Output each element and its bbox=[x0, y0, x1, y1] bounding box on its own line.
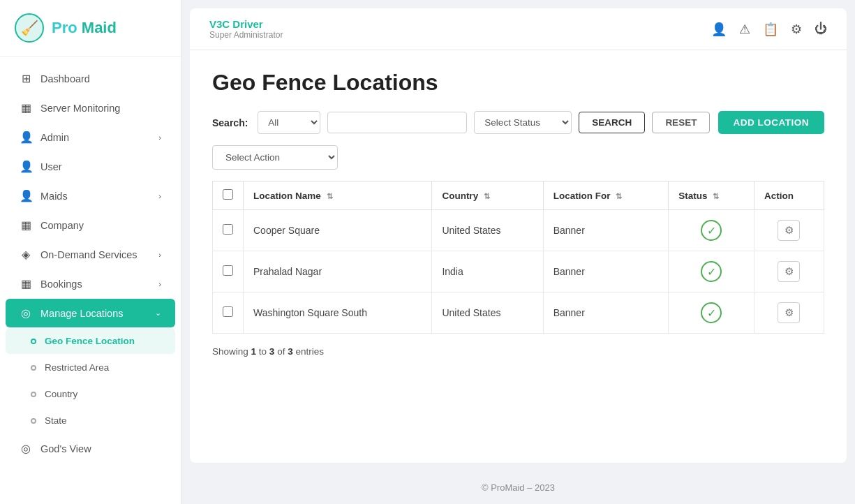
alert-icon[interactable]: ⚠ bbox=[739, 22, 750, 37]
user-circle-icon[interactable]: 👤 bbox=[711, 22, 727, 37]
sort-icon: ⇅ bbox=[713, 192, 719, 200]
sidebar-item-label: User bbox=[40, 161, 62, 172]
row-action: ⚙ bbox=[754, 292, 824, 334]
row-checkbox-cell bbox=[213, 292, 244, 334]
sidebar-nav: ⊞ Dashboard ▦ Server Monitoring 👤 Admin … bbox=[0, 57, 181, 504]
footer-text: © ProMaid – 2023 bbox=[482, 482, 555, 493]
row-country: United States bbox=[432, 292, 543, 334]
gear-button[interactable]: ⚙ bbox=[778, 302, 800, 323]
table-row: Washington Square South United States Ba… bbox=[213, 292, 824, 334]
content-card: Geo Fence Locations Search: All Select S… bbox=[190, 50, 847, 463]
sidebar-item-label: Dashboard bbox=[40, 73, 90, 84]
row-checkbox-cell bbox=[213, 210, 244, 251]
user-icon: 👤 bbox=[20, 160, 32, 173]
document-icon[interactable]: 📋 bbox=[763, 22, 778, 37]
sidebar-item-maids[interactable]: 👤 Maids › bbox=[6, 181, 175, 210]
sidebar-item-label: Geo Fence Location bbox=[45, 336, 135, 346]
settings-icon[interactable]: ⚙ bbox=[791, 22, 802, 37]
sidebar-item-server-monitoring[interactable]: ▦ Server Monitoring bbox=[6, 94, 175, 122]
row-location-name: Prahalad Nagar bbox=[244, 251, 432, 292]
col-action: Action bbox=[754, 181, 824, 210]
data-table: Location Name ⇅ Country ⇅ Location For ⇅… bbox=[212, 181, 824, 334]
manage-locations-icon: ◎ bbox=[20, 306, 32, 320]
row-checkbox[interactable] bbox=[223, 265, 233, 276]
search-all-select[interactable]: All bbox=[258, 111, 320, 134]
action-select-wrap: Select Action bbox=[212, 145, 824, 170]
checkbox-header bbox=[213, 181, 244, 210]
gear-button[interactable]: ⚙ bbox=[778, 220, 800, 241]
server-monitoring-icon: ▦ bbox=[20, 101, 32, 114]
sidebar-item-user[interactable]: 👤 User bbox=[6, 152, 175, 181]
logo-text: Pro Maid bbox=[52, 19, 117, 37]
header-user-info: V3C Driver Super Administrator bbox=[209, 18, 283, 40]
table-body: Cooper Square United States Banner ✓ ⚙ P… bbox=[213, 210, 824, 334]
dot-icon bbox=[31, 365, 36, 371]
company-icon: ▦ bbox=[20, 218, 32, 232]
sidebar-item-manage-locations[interactable]: ◎ Manage Locations ⌄ bbox=[6, 299, 175, 327]
dot-icon bbox=[31, 339, 36, 344]
chevron-right-icon: › bbox=[158, 133, 161, 142]
maids-icon: 👤 bbox=[20, 189, 32, 202]
sidebar-item-restricted-area[interactable]: Restricted Area bbox=[6, 355, 175, 380]
row-status: ✓ bbox=[669, 251, 754, 292]
row-status: ✓ bbox=[669, 292, 754, 334]
on-demand-icon: ◈ bbox=[20, 248, 32, 261]
dashboard-icon: ⊞ bbox=[20, 72, 32, 85]
sidebar-item-state[interactable]: State bbox=[6, 408, 175, 433]
col-country: Country ⇅ bbox=[432, 181, 543, 210]
dot-icon bbox=[31, 392, 36, 397]
col-location-for: Location For ⇅ bbox=[543, 181, 669, 210]
page-title: Geo Fence Locations bbox=[212, 70, 824, 96]
sidebar-item-label: State bbox=[45, 415, 67, 426]
row-checkbox-cell bbox=[213, 251, 244, 292]
chevron-down-icon: ⌄ bbox=[155, 309, 161, 318]
status-select[interactable]: Select Status bbox=[474, 111, 572, 134]
sidebar-item-label: On-Demand Services bbox=[40, 249, 137, 260]
row-status: ✓ bbox=[669, 210, 754, 251]
table-header: Location Name ⇅ Country ⇅ Location For ⇅… bbox=[213, 181, 824, 210]
sidebar-item-dashboard[interactable]: ⊞ Dashboard bbox=[6, 64, 175, 93]
row-action: ⚙ bbox=[754, 251, 824, 292]
sidebar-item-label: Server Monitoring bbox=[40, 103, 120, 114]
sidebar-item-company[interactable]: ▦ Company bbox=[6, 211, 175, 239]
driver-name: V3C Driver bbox=[209, 18, 283, 30]
col-location-name: Location Name ⇅ bbox=[244, 181, 432, 210]
search-input[interactable] bbox=[327, 112, 467, 133]
chevron-right-icon: › bbox=[158, 280, 161, 288]
search-button[interactable]: SEARCH bbox=[579, 112, 645, 133]
dot-icon bbox=[31, 418, 36, 424]
role: Super Administrator bbox=[209, 30, 283, 40]
row-checkbox[interactable] bbox=[223, 306, 233, 317]
gear-button[interactable]: ⚙ bbox=[778, 261, 800, 282]
table-row: Prahalad Nagar India Banner ✓ ⚙ bbox=[213, 251, 824, 292]
sidebar-item-on-demand-services[interactable]: ◈ On-Demand Services › bbox=[6, 240, 175, 269]
row-location-for: Banner bbox=[543, 210, 669, 251]
select-all-checkbox[interactable] bbox=[223, 189, 233, 200]
sidebar-item-label: Company bbox=[40, 220, 84, 231]
action-select[interactable]: Select Action bbox=[212, 145, 338, 170]
row-action: ⚙ bbox=[754, 210, 824, 251]
reset-button[interactable]: RESET bbox=[652, 112, 710, 133]
showing-text: Showing 1 to 3 of 3 entries bbox=[212, 346, 824, 357]
row-location-name: Cooper Square bbox=[244, 210, 432, 251]
sidebar-item-geo-fence-location[interactable]: Geo Fence Location bbox=[6, 328, 175, 354]
bookings-icon: ▦ bbox=[20, 277, 32, 290]
sidebar-item-admin[interactable]: 👤 Admin › bbox=[6, 123, 175, 151]
add-location-button[interactable]: ADD LOCATION bbox=[718, 111, 825, 134]
sidebar-item-country[interactable]: Country bbox=[6, 381, 175, 407]
sidebar-item-label: Maids bbox=[40, 191, 68, 202]
status-active-icon: ✓ bbox=[701, 261, 722, 282]
sidebar-item-bookings[interactable]: ▦ Bookings › bbox=[6, 269, 175, 298]
sidebar-item-gods-view[interactable]: ◎ God's View bbox=[6, 434, 175, 463]
sidebar-item-label: God's View bbox=[40, 443, 91, 454]
table-row: Cooper Square United States Banner ✓ ⚙ bbox=[213, 210, 824, 251]
row-checkbox[interactable] bbox=[223, 224, 233, 235]
row-location-for: Banner bbox=[543, 292, 669, 334]
col-status: Status ⇅ bbox=[669, 181, 754, 210]
sidebar-item-label: Restricted Area bbox=[45, 362, 109, 373]
sort-icon: ⇅ bbox=[484, 192, 490, 200]
gods-view-icon: ◎ bbox=[20, 442, 32, 455]
logo-icon: 🧹 bbox=[14, 13, 45, 43]
sidebar: 🧹 Pro Maid ⊞ Dashboard ▦ Server Monitori… bbox=[0, 0, 181, 504]
power-icon[interactable]: ⏻ bbox=[815, 22, 827, 36]
